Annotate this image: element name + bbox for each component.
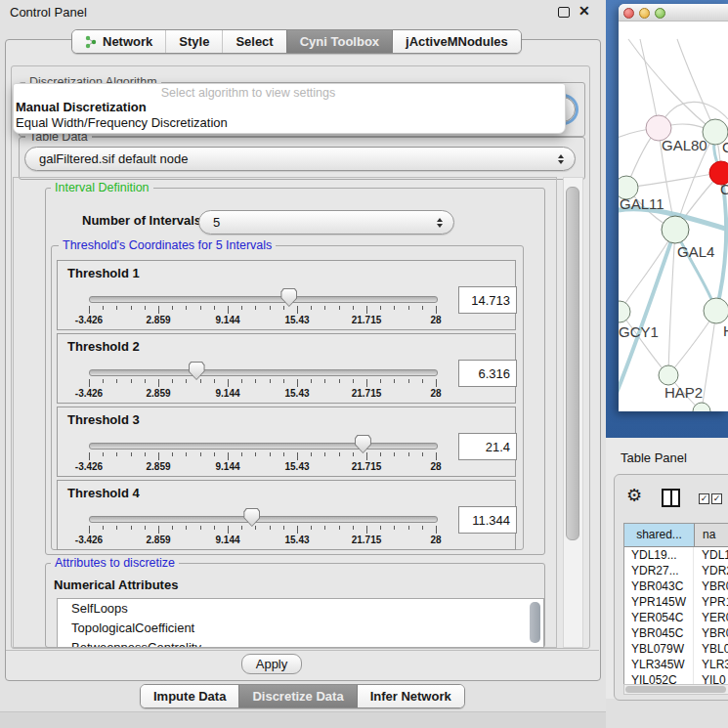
tab-network[interactable]: Network — [72, 30, 165, 53]
numerical-attributes-list[interactable]: SelfLoopsTopologicalCoefficientBetweenne… — [57, 598, 544, 648]
close-traffic-light-icon[interactable] — [623, 8, 634, 19]
threshold-value-field[interactable]: 6.316 — [458, 360, 517, 387]
table-row[interactable]: YBR043CYBR0 — [624, 578, 728, 594]
tick-label: 21.715 — [352, 388, 382, 399]
threshold-label: Threshold 2 — [67, 339, 140, 354]
cell-shared-name: YDL19... — [624, 547, 694, 563]
table-row[interactable]: YDL19...YDL1 — [624, 547, 728, 563]
tab-impute-data[interactable]: Impute Data — [141, 685, 238, 707]
slider-thumb[interactable] — [355, 435, 371, 453]
tick-mark — [241, 306, 242, 310]
slider-thumb[interactable] — [189, 362, 205, 380]
tick-mark — [339, 452, 340, 456]
table-horizontal-scrollbar[interactable] — [623, 684, 728, 695]
zoom-traffic-light-icon[interactable] — [655, 8, 665, 19]
column-header-shared-name[interactable]: shared... — [624, 524, 695, 546]
cell-shared-name: YLR345W — [624, 657, 694, 672]
table-data-combobox[interactable]: galFiltered.sif default node — [24, 147, 576, 171]
threshold-label: Threshold 3 — [67, 412, 140, 427]
network-node-label: GA — [722, 139, 728, 155]
slider-track[interactable] — [89, 296, 438, 303]
tick-mark — [200, 526, 201, 530]
slider-track[interactable] — [89, 369, 438, 376]
network-node[interactable] — [704, 298, 728, 323]
tick-label: 28 — [430, 388, 441, 399]
scrollbar-thumb[interactable] — [566, 187, 579, 540]
slider-track[interactable] — [89, 443, 438, 450]
list-scrollbar-thumb[interactable] — [530, 602, 540, 643]
tick-label: -3.426 — [75, 315, 103, 325]
tab-style[interactable]: Style — [165, 30, 222, 53]
network-view-window[interactable]: GAL80GACGAL11GAL4GCY1HHAP2 — [619, 4, 728, 411]
number-of-intervals-combobox[interactable]: 5 — [198, 210, 454, 235]
network-node[interactable] — [693, 403, 710, 411]
option-equal-width-frequency[interactable]: Equal Width/Frequency Discretization — [16, 115, 228, 130]
tick-mark — [394, 526, 395, 530]
table-row[interactable]: YBL079WYBL0 — [624, 641, 728, 657]
cell-name: YDR2 — [694, 563, 728, 578]
tick-mark — [89, 526, 90, 534]
slider-thumb-face — [190, 363, 204, 379]
threshold-value-field[interactable]: 14.713 — [458, 286, 517, 314]
slider-thumb[interactable] — [243, 508, 260, 527]
tick-label: -3.426 — [75, 461, 103, 472]
tick-mark — [422, 306, 423, 310]
tick-mark — [270, 379, 271, 383]
gear-icon[interactable]: ⚙ — [626, 485, 642, 506]
tick-mark — [172, 306, 173, 310]
interval-definition-title: Interval Definition — [51, 181, 153, 194]
float-window-icon[interactable] — [558, 7, 570, 18]
column-header-name[interactable]: na — [695, 524, 728, 546]
table-row[interactable]: YPR145WYPR1 — [624, 594, 728, 610]
tab-cyni-toolbox[interactable]: Cyni Toolbox — [286, 30, 392, 53]
apply-separator — [6, 650, 599, 651]
table-row[interactable]: YLR345WYLR3 — [624, 657, 728, 672]
tick-mark — [214, 379, 215, 383]
tab-jactivemnodules[interactable]: jActiveMNodules — [392, 30, 521, 53]
tab-label: Impute Data — [153, 689, 226, 704]
tick-mark — [380, 526, 381, 530]
tick-mark — [145, 306, 146, 310]
tab-select[interactable]: Select — [222, 30, 285, 53]
list-item[interactable]: SelfLoops — [58, 599, 543, 619]
network-window-titlebar[interactable] — [619, 4, 728, 21]
threshold-value-field[interactable]: 21.4 — [458, 433, 517, 460]
tick-mark — [172, 452, 173, 456]
algorithm-hint: Select algorithm to view settings — [14, 86, 565, 100]
network-node[interactable] — [662, 216, 689, 243]
list-item[interactable]: TopologicalCoefficient — [58, 619, 543, 638]
threshold-panel: Threshold 1-3.4262.8599.14415.4321.71528… — [57, 260, 516, 330]
cell-name: YBL0 — [694, 641, 728, 657]
list-item[interactable]: BetweennessCentrality — [58, 638, 543, 648]
option-manual-discretization[interactable]: Manual Discretization — [16, 100, 147, 114]
slider-track[interactable] — [89, 516, 438, 523]
tab-infer-network[interactable]: Infer Network — [357, 685, 464, 707]
scrollbar-thumb[interactable] — [625, 686, 726, 693]
table-row[interactable]: YBR045CYBR0 — [624, 625, 728, 641]
table-panel-title: Table Panel — [621, 450, 687, 465]
tab-discretize-data[interactable]: Discretize Data — [238, 685, 356, 707]
columns-icon[interactable] — [662, 489, 680, 507]
slider-thumb[interactable] — [280, 288, 297, 307]
settings-vertical-scrollbar[interactable] — [563, 177, 583, 648]
network-node[interactable] — [659, 365, 678, 385]
tick-mark — [158, 379, 159, 387]
close-icon[interactable]: ✕ — [578, 3, 590, 19]
threshold-value-field[interactable]: 11.344 — [458, 506, 517, 534]
cell-name: YER0 — [694, 610, 728, 625]
table-row[interactable]: YDR27...YDR2 — [624, 563, 728, 578]
network-canvas[interactable]: GAL80GACGAL11GAL4GCY1HHAP2 — [619, 21, 728, 411]
apply-button[interactable]: Apply — [241, 654, 302, 674]
number-of-intervals-value: 5 — [213, 215, 220, 230]
checkbox-icon[interactable]: ✓ — [711, 493, 722, 504]
cell-name: YPR1 — [694, 594, 728, 610]
network-node[interactable] — [619, 301, 630, 322]
tick-label: 21.715 — [352, 535, 382, 545]
network-icon — [85, 35, 97, 49]
checkbox-icon[interactable]: ✓ — [699, 493, 709, 504]
tick-mark — [228, 452, 229, 460]
minimize-traffic-light-icon[interactable] — [639, 8, 650, 19]
tick-mark — [200, 452, 201, 456]
tick-mark — [339, 306, 340, 310]
table-row[interactable]: YER054CYER0 — [624, 610, 728, 625]
